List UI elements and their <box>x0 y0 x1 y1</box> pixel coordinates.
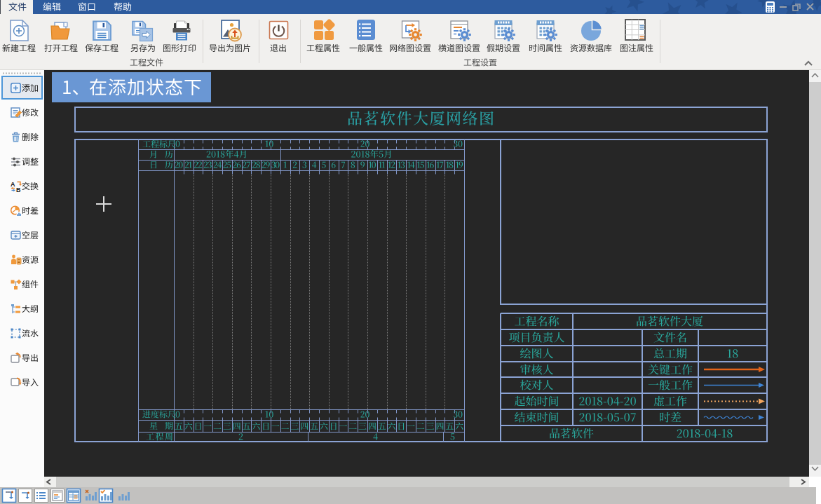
svg-text:B: B <box>16 186 21 193</box>
svg-text:A: A <box>11 181 15 188</box>
